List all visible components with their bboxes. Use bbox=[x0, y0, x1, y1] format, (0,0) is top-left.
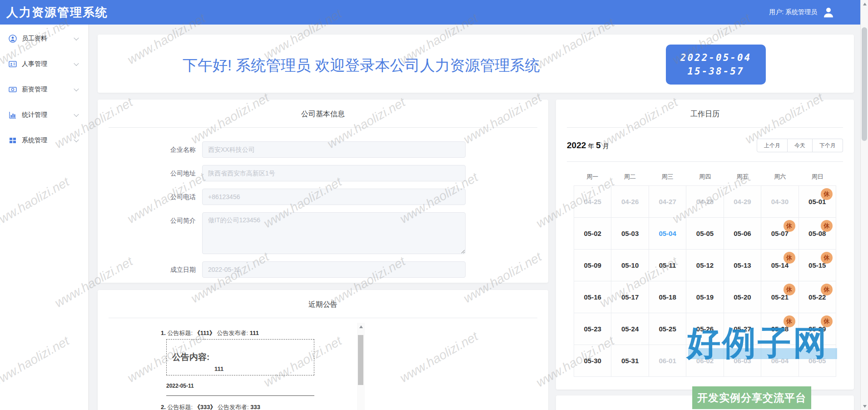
calendar-day[interactable]: 休05-07 bbox=[761, 218, 799, 250]
calendar-day[interactable]: 04-27 bbox=[649, 186, 686, 218]
digital-clock: 2022-05-04 15-38-57 bbox=[666, 45, 766, 85]
sidebar-item-system-management[interactable]: 系统管理 bbox=[0, 128, 88, 153]
page-scrollbar-thumb[interactable] bbox=[862, 27, 867, 141]
announcement-scrollbar[interactable] bbox=[357, 323, 365, 410]
calendar-day[interactable]: 休05-22 bbox=[799, 281, 836, 313]
company-address-input[interactable] bbox=[202, 165, 466, 181]
scroll-down-icon[interactable] bbox=[863, 405, 867, 408]
calendar-day[interactable]: 05-24 bbox=[611, 313, 649, 345]
clock-time: 15-38-57 bbox=[687, 66, 744, 77]
calendar-day[interactable]: 05-13 bbox=[724, 250, 761, 281]
chevron-down-icon bbox=[74, 35, 79, 40]
announcement-list[interactable]: 1. 公告标题: 《111》 公告发布者: 111 公告内容: 111 2022… bbox=[161, 329, 370, 410]
calendar-day[interactable]: 05-23 bbox=[574, 313, 611, 345]
calendar-day[interactable]: 04-30 bbox=[761, 186, 799, 218]
app-title: 人力资源管理系统 bbox=[6, 5, 108, 20]
calendar-day[interactable]: 05-30 bbox=[574, 345, 611, 377]
announcements-card: 近期公告 1. 公告标题: 《111》 公告发布者: 111 公告内容: 111… bbox=[98, 290, 548, 410]
calendar-day[interactable]: 休05-14 bbox=[761, 250, 799, 281]
field-label-company-address: 公司地址 bbox=[109, 165, 202, 181]
scroll-up-icon[interactable] bbox=[359, 325, 363, 328]
announcement-item-header: 2. 公告标题: 《333》 公告发布者: 333 bbox=[161, 403, 370, 410]
announcement-item-header: 1. 公告标题: 《111》 公告发布者: 111 bbox=[161, 329, 370, 337]
calendar-day[interactable]: 休05-21 bbox=[761, 281, 799, 313]
calendar-day[interactable]: 04-29 bbox=[724, 186, 761, 218]
company-info-card: 公司基本信息 企业名称 公司地址 公司电话 公司简介 成立日期 bbox=[98, 100, 548, 283]
calendar-day[interactable]: 04-28 bbox=[686, 186, 724, 218]
calendar-day[interactable]: 04-26 bbox=[611, 186, 649, 218]
divider bbox=[567, 161, 843, 162]
calendar-day[interactable]: 05-11 bbox=[649, 250, 686, 281]
company-phone-input[interactable] bbox=[202, 189, 466, 205]
field-label-company-name: 企业名称 bbox=[109, 141, 202, 158]
calendar-day[interactable]: 05-06 bbox=[724, 218, 761, 250]
rest-badge: 休 bbox=[784, 284, 795, 295]
divider bbox=[109, 318, 537, 318]
calendar-day-today[interactable]: 05-04 bbox=[649, 218, 686, 250]
calendar-day[interactable]: 05-20 bbox=[724, 281, 761, 313]
next-month-button[interactable]: 下个月 bbox=[813, 139, 843, 152]
calendar-day[interactable]: 05-02 bbox=[574, 218, 611, 250]
page-scrollbar[interactable] bbox=[860, 0, 868, 410]
weekday-label: 周一 bbox=[574, 168, 611, 185]
company-intro-textarea[interactable] bbox=[202, 212, 466, 254]
calendar-day[interactable]: 05-31 bbox=[611, 345, 649, 377]
field-label-company-intro: 公司简介 bbox=[109, 212, 202, 229]
sidebar: 员工资料 人事管理 薪资管理 统计管理 系统管理 bbox=[0, 25, 89, 410]
founded-date-input[interactable] bbox=[202, 261, 466, 278]
calendar-day[interactable]: 05-10 bbox=[611, 250, 649, 281]
calendar-day[interactable]: 06-01 bbox=[649, 345, 686, 377]
calendar-day[interactable]: 休05-15 bbox=[799, 250, 836, 281]
field-label-company-phone: 公司电话 bbox=[109, 189, 202, 205]
calendar-day[interactable]: 05-18 bbox=[649, 281, 686, 313]
calendar-day[interactable]: 休05-01 bbox=[799, 186, 836, 218]
grid-icon bbox=[8, 136, 17, 145]
calendar-day[interactable]: 05-12 bbox=[686, 250, 724, 281]
calendar-toolbar: 2022 年 5 月 上个月 今天 下个月 bbox=[567, 138, 843, 153]
announcement-content-label: 公告内容: bbox=[172, 351, 209, 363]
weekday-label: 周二 bbox=[611, 168, 649, 185]
prev-month-button[interactable]: 上个月 bbox=[757, 139, 788, 152]
chevron-down-icon bbox=[74, 61, 79, 66]
watermark-banner: 开发实例分享交流平台 bbox=[692, 386, 811, 409]
today-button[interactable]: 今天 bbox=[788, 139, 813, 152]
announcement-scrollbar-thumb[interactable] bbox=[358, 335, 363, 385]
announcement-title-label: 公告标题: bbox=[167, 404, 194, 410]
app-header: 人力资源管理系统 用户: 系统管理员 bbox=[0, 0, 868, 25]
calendar-day[interactable]: 05-05 bbox=[686, 218, 724, 250]
calendar-day[interactable]: 05-25 bbox=[649, 313, 686, 345]
calendar-weekday-row: 周一 周二 周三 周四 周五 周六 周日 bbox=[574, 168, 836, 185]
weekday-label: 周六 bbox=[761, 168, 799, 185]
greeting-card: 下午好! 系统管理员 欢迎登录本公司人力资源管理系统 2022-05-04 15… bbox=[98, 35, 854, 93]
weekday-label: 周四 bbox=[686, 168, 724, 185]
header-user[interactable]: 用户: 系统管理员 bbox=[769, 0, 835, 25]
sidebar-item-label: 人事管理 bbox=[22, 60, 47, 68]
calendar-day[interactable]: 05-03 bbox=[611, 218, 649, 250]
sidebar-item-salary-management[interactable]: 薪资管理 bbox=[0, 77, 88, 102]
user-avatar-icon[interactable] bbox=[822, 5, 835, 19]
sidebar-item-employee-profile[interactable]: 员工资料 bbox=[0, 26, 88, 51]
calendar-day[interactable]: 05-17 bbox=[611, 281, 649, 313]
announcement-publisher-label: 公告发布者: bbox=[216, 404, 250, 410]
calendar-day[interactable]: 04-25 bbox=[574, 186, 611, 218]
announcement-title: 《333》 bbox=[194, 404, 216, 410]
weekday-label: 周三 bbox=[649, 168, 686, 185]
rest-badge: 休 bbox=[821, 188, 833, 200]
bar-chart-icon bbox=[8, 110, 17, 120]
calendar-day[interactable]: 05-19 bbox=[686, 281, 724, 313]
sidebar-item-hr-management[interactable]: 人事管理 bbox=[0, 51, 88, 77]
id-card-icon bbox=[8, 60, 17, 69]
calendar-day[interactable]: 05-09 bbox=[574, 250, 611, 281]
company-name-input[interactable] bbox=[202, 141, 466, 158]
calendar-day[interactable]: 05-16 bbox=[574, 281, 611, 313]
divider bbox=[567, 127, 843, 128]
scroll-up-icon[interactable] bbox=[863, 3, 867, 5]
field-label-founded-date: 成立日期 bbox=[109, 261, 202, 278]
announcement-title-label: 公告标题: bbox=[167, 330, 194, 336]
weekday-label: 周日 bbox=[799, 168, 836, 185]
sidebar-item-label: 员工资料 bbox=[22, 35, 47, 43]
sidebar-item-statistics-management[interactable]: 统计管理 bbox=[0, 102, 88, 128]
calendar-month-suffix: 月 bbox=[603, 142, 609, 150]
divider bbox=[166, 395, 314, 396]
calendar-day[interactable]: 休05-08 bbox=[799, 218, 836, 250]
